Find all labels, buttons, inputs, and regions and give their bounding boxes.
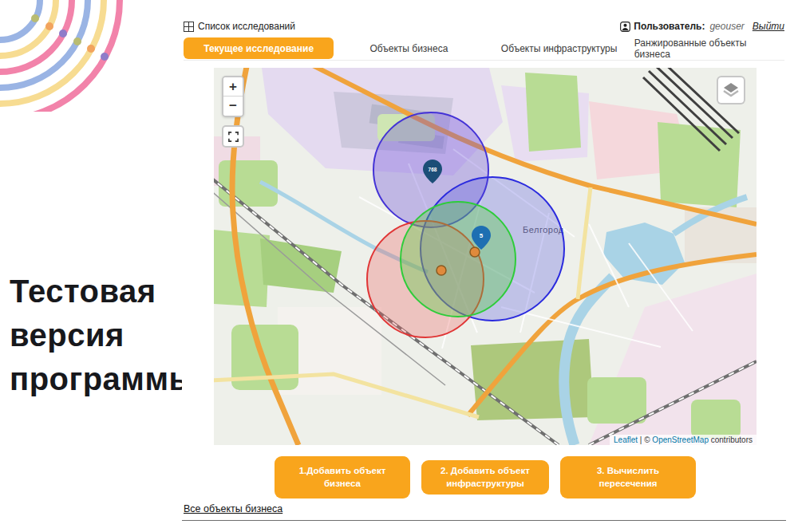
tab-current-study[interactable]: Текущее исследование	[184, 37, 334, 59]
top-bar: Список исследований Пользователь: geouse…	[184, 19, 784, 33]
tab-infrastructure-objects[interactable]: Объекты инфраструктуры	[484, 37, 634, 60]
compute-intersections-button[interactable]: 3. Вычислить пересечения	[560, 456, 696, 499]
marker-label: 768	[429, 167, 437, 172]
map-zoom-control: + −	[222, 76, 244, 117]
user-area: Пользователь: geouser Выйти	[620, 21, 784, 32]
attribution-separator: | ©	[638, 435, 652, 444]
zoom-in-button[interactable]: +	[223, 77, 243, 97]
map-tiles: Белгород 768	[214, 68, 757, 445]
map-attribution: Leaflet | © OpenStreetMap contributors	[610, 435, 757, 445]
fullscreen-icon	[227, 131, 239, 143]
openstreetmap-link[interactable]: OpenStreetMap	[652, 435, 709, 444]
logout-link[interactable]: Выйти	[753, 21, 784, 32]
tab-business-objects[interactable]: Объекты бизнеса	[334, 37, 484, 60]
user-prefix-label: Пользователь:	[634, 21, 705, 32]
studies-list-icon	[184, 22, 194, 32]
studies-list-link[interactable]: Список исследований	[184, 21, 295, 32]
business-point[interactable]	[437, 266, 446, 275]
add-infrastructure-object-button[interactable]: 2. Добавить объект инфраструктуры	[421, 460, 549, 495]
studies-list-label: Список исследований	[198, 21, 295, 32]
zoom-out-button[interactable]: −	[223, 97, 243, 116]
username: geouser	[709, 21, 744, 32]
user-icon	[620, 22, 630, 32]
add-business-object-button[interactable]: 1.Добавить объект бизнеса	[275, 456, 410, 499]
tab-bar: Текущее исследование Объекты бизнеса Объ…	[184, 37, 784, 61]
attribution-suffix: contributors	[709, 435, 753, 444]
page: Тестовая версия программы Список исследо…	[0, 0, 798, 532]
all-business-objects-link[interactable]: Все объекты бизнеса	[184, 503, 282, 514]
radius-circle-green[interactable]	[401, 202, 516, 317]
fullscreen-button[interactable]	[222, 125, 244, 148]
decorative-arcs	[0, 0, 140, 112]
marker-label: 5	[480, 232, 484, 239]
map-canvas[interactable]: Белгород 768	[214, 68, 757, 445]
layers-icon	[722, 82, 740, 98]
app-panel: Список исследований Пользователь: geouse…	[182, 0, 786, 532]
layers-control[interactable]	[717, 76, 745, 104]
footer-divider	[182, 520, 786, 521]
business-point[interactable]	[470, 247, 480, 257]
tab-ranked-business-objects[interactable]: Ранжированные объекты бизнеса	[634, 37, 784, 60]
leaflet-link[interactable]: Leaflet	[614, 435, 638, 444]
action-buttons: 1.Добавить объект бизнеса 2. Добавить об…	[214, 456, 757, 499]
